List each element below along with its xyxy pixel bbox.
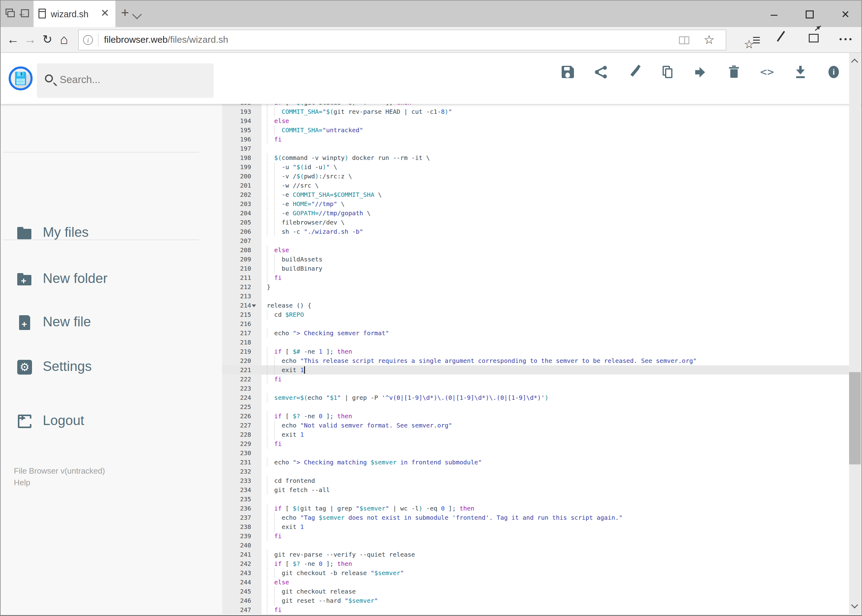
code-line[interactable]: fi: [262, 531, 850, 541]
code-line[interactable]: git fetch --all: [262, 485, 850, 495]
code-line[interactable]: semver=$(echo "$1" | grep -P '^v(0|[1-9]…: [262, 393, 850, 402]
move-button[interactable]: [693, 64, 708, 79]
close-button[interactable]: ×: [832, 1, 859, 28]
favorite-star-icon[interactable]: ☆: [703, 33, 715, 47]
code-line[interactable]: exit 1: [262, 430, 850, 439]
code-line[interactable]: echo "Not valid semver format. See semve…: [262, 421, 850, 430]
code-line[interactable]: [262, 338, 850, 347]
filebrowser-logo-icon[interactable]: [9, 66, 33, 90]
code-line[interactable]: git reset --hard "$semver": [262, 596, 850, 605]
code-line[interactable]: echo "> Checking semver format": [262, 328, 850, 338]
code-line[interactable]: [262, 292, 850, 301]
code-line[interactable]: git checkout release: [262, 587, 850, 596]
code-line[interactable]: fi: [262, 605, 850, 614]
scroll-up-icon[interactable]: [851, 59, 858, 66]
annotate-pen-icon[interactable]: ∼: [775, 27, 794, 53]
fold-toggle-icon[interactable]: [252, 305, 256, 310]
code-line[interactable]: exit 1: [262, 522, 850, 531]
site-info-icon[interactable]: i: [83, 35, 93, 45]
save-button[interactable]: [560, 64, 575, 79]
code-line[interactable]: COMMIT_SHA="$(git rev-parse HEAD | cut -…: [262, 107, 850, 116]
code-line[interactable]: -e HOME="//tmp" \: [262, 199, 850, 209]
sidebar-item-my-files[interactable]: My files: [1, 220, 222, 246]
url-text[interactable]: filebrowser.web/files/wizard.sh: [104, 35, 229, 45]
code-line[interactable]: git rev-parse --verify --quiet release: [262, 550, 850, 559]
code-line[interactable]: [262, 448, 850, 457]
code-line[interactable]: git checkout -b release "$semver": [262, 568, 850, 578]
help-link[interactable]: Help: [14, 478, 30, 487]
sidebar-item-logout[interactable]: Logout: [1, 409, 222, 434]
code-line[interactable]: echo "This release script requires a sin…: [262, 356, 850, 365]
code-line[interactable]: if [ $# -ne 1 ]; then: [262, 347, 850, 356]
code-line[interactable]: [262, 144, 850, 153]
code-line[interactable]: else: [262, 116, 850, 126]
code-line[interactable]: echo "Tag $semver does not exist in subm…: [262, 513, 850, 522]
code-line[interactable]: -u "$(id -u)" \: [262, 162, 850, 171]
sidebar-item-settings[interactable]: ⚙Settings: [1, 354, 222, 380]
code-line[interactable]: if [ $? -ne 0 ]; then: [262, 412, 850, 421]
code-line[interactable]: if [ "$(git status -s)" != '' ]; then: [262, 104, 850, 107]
code-line[interactable]: if [ $? -ne 0 ]; then: [262, 559, 850, 568]
back-icon[interactable]: ←: [4, 27, 22, 53]
tab-preview-icon[interactable]: [4, 8, 17, 20]
code-line[interactable]: }: [262, 282, 850, 292]
code-line[interactable]: [262, 402, 850, 412]
code-line[interactable]: [262, 467, 850, 476]
info-button[interactable]: i: [826, 64, 841, 79]
sidebar-item-new-folder[interactable]: +New folder: [1, 266, 222, 292]
code-line[interactable]: fi: [262, 439, 850, 448]
code-line[interactable]: fi: [262, 135, 850, 144]
code-line[interactable]: -e GOPATH=//tmp/gopath \: [262, 209, 850, 218]
code-line[interactable]: buildAssets: [262, 255, 850, 264]
code-line[interactable]: release () {: [262, 301, 850, 310]
code-line[interactable]: -v /$(pwd):/src:z \: [262, 171, 850, 181]
settings-more-icon[interactable]: [838, 27, 856, 53]
share-page-icon[interactable]: [807, 27, 826, 53]
download-button[interactable]: [793, 64, 808, 79]
scroll-down-icon[interactable]: [851, 602, 858, 609]
code-line[interactable]: -e COMMIT_SHA=$COMMIT_SHA \: [262, 190, 850, 199]
reading-view-icon[interactable]: [679, 36, 689, 44]
home-icon[interactable]: ⌂: [55, 27, 72, 53]
new-tab-button[interactable]: +: [118, 5, 132, 20]
code-line[interactable]: [262, 319, 850, 328]
hub-icon[interactable]: ☆: [744, 27, 762, 53]
code-line[interactable]: else: [262, 578, 850, 587]
vertical-scrollbar[interactable]: [849, 53, 861, 614]
set-tabs-aside-icon[interactable]: ←: [19, 8, 31, 20]
code-line[interactable]: sh -c "./wizard.sh -b": [262, 227, 850, 236]
code-editor[interactable]: 192 if [ "$(git status -s)" != '' ]; the…: [222, 104, 850, 614]
code-line[interactable]: $(command -v winpty) docker run --rm -it…: [262, 153, 850, 162]
sidebar-item-new-file[interactable]: +New file: [1, 310, 222, 336]
address-bar[interactable]: i filebrowser.web/files/wizard.sh ☆: [78, 30, 726, 50]
copy-button[interactable]: [660, 64, 675, 79]
tab-dropdown-icon[interactable]: [132, 9, 142, 19]
minimize-button[interactable]: –: [760, 1, 788, 28]
code-line[interactable]: fi: [262, 375, 850, 384]
search-input[interactable]: Search...: [37, 63, 214, 98]
code-line[interactable]: filebrowser/dev \: [262, 218, 850, 227]
code-line[interactable]: [262, 541, 850, 550]
code-line[interactable]: cd frontend: [262, 476, 850, 485]
code-line[interactable]: fi: [262, 273, 850, 282]
active-tab[interactable]: wizard.sh ✕: [33, 1, 115, 28]
code-line[interactable]: exit 1: [262, 365, 850, 375]
delete-button[interactable]: [726, 64, 741, 79]
code-line[interactable]: -w //src \: [262, 181, 850, 190]
code-line[interactable]: buildBinary: [262, 264, 850, 273]
forward-icon[interactable]: →: [22, 27, 39, 53]
share-button[interactable]: [594, 64, 608, 79]
code-line[interactable]: echo "> Checking matching $semver in fro…: [262, 457, 850, 467]
code-line[interactable]: [262, 236, 850, 245]
code-line[interactable]: else: [262, 245, 850, 255]
code-line[interactable]: [262, 495, 850, 504]
scrollbar-thumb[interactable]: [849, 372, 861, 464]
code-view-button[interactable]: <>: [760, 64, 775, 79]
code-line[interactable]: if [ $(git tag | grep "$semver" | wc -l)…: [262, 504, 850, 513]
code-line[interactable]: cd $REPO: [262, 310, 850, 319]
edit-button[interactable]: [627, 64, 641, 79]
code-line[interactable]: [262, 384, 850, 393]
tab-close-icon[interactable]: ✕: [99, 7, 111, 19]
refresh-icon[interactable]: ↻: [39, 27, 56, 53]
code-line[interactable]: COMMIT_SHA="untracked": [262, 126, 850, 135]
